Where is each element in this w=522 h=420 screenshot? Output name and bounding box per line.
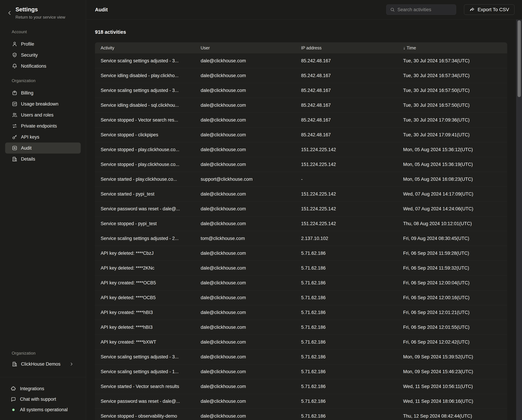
activity-cell: Service scaling settings adjusted - 2... <box>101 236 201 241</box>
ip-cell: 5.71.62.186 <box>301 251 403 256</box>
sidebar-item-label: Usage breakdown <box>21 101 59 107</box>
sidebar-item-usage-breakdown[interactable]: Usage breakdown <box>5 98 81 109</box>
time-cell: Tue, 30 Jul 2024 16:57:34(UTC) <box>403 73 507 78</box>
footer-item-integrations[interactable]: Integrations <box>0 383 86 394</box>
table-row[interactable]: Service scaling settings adjusted - 1...… <box>95 364 507 379</box>
ip-cell: 5.71.62.186 <box>301 325 403 330</box>
table-row[interactable]: API key deleted: ****OCB5dale@clickhouse… <box>95 290 507 305</box>
activity-cell: Service stopped - play.clickhouse.co... <box>101 147 201 152</box>
page-title: Audit <box>95 7 108 13</box>
footer-item-chat-with-support[interactable]: Chat with support <box>0 394 86 404</box>
sidebar-item-audit[interactable]: Audit <box>5 142 81 154</box>
user-cell: dale@clickhouse.com <box>201 354 301 360</box>
export-to-csv-button[interactable]: Export To CSV <box>464 4 514 15</box>
table-row[interactable]: API key deleted: ****hBI3dale@clickhouse… <box>95 320 507 335</box>
time-cell: Fri, 09 Aug 2024 08:30:45(UTC) <box>403 236 507 241</box>
sidebar-item-private-endpoints[interactable]: Private endpoints <box>5 120 81 132</box>
column-header-ip-address[interactable]: IP address <box>301 46 403 50</box>
footer-item-all-systems-operational[interactable]: All systems operational <box>0 404 86 415</box>
table-row[interactable]: API key created: ****bXWTdale@clickhouse… <box>95 335 507 350</box>
search-input[interactable] <box>398 7 453 12</box>
time-cell: Mon, 09 Sep 2024 15:39:52(UTC) <box>403 354 507 360</box>
column-header-user[interactable]: User <box>201 46 301 50</box>
chevron-right-icon <box>69 362 74 366</box>
user-cell: support@clickhouse.com <box>201 177 301 182</box>
scrollbar-thumb[interactable] <box>518 20 521 97</box>
table-row[interactable]: Service password was reset - dale@...dal… <box>95 201 507 216</box>
activity-cell: Service started - pypi_test <box>101 191 201 197</box>
column-label: Activity <box>101 46 114 50</box>
sidebar-item-users-and-roles[interactable]: Users and roles <box>5 109 81 120</box>
user-cell: dale@clickhouse.com <box>201 206 301 211</box>
sidebar-item-label: Private endpoints <box>21 124 57 129</box>
ip-cell: 151.224.225.142 <box>301 147 403 152</box>
main-area: Audit Export To CSV 918 activities Activ… <box>86 0 522 420</box>
table-row[interactable]: Service idling disabled - sql.clickhou..… <box>95 98 507 113</box>
activity-cell: Service scaling settings adjusted - 3... <box>101 58 201 63</box>
table-row[interactable]: Service stopped - play.clickhouse.co...d… <box>95 142 507 157</box>
sidebar-item-profile[interactable]: Profile <box>5 39 81 50</box>
table-row[interactable]: Service started - Vector search resultsd… <box>95 379 507 394</box>
activity-cell: Service scaling settings adjusted - 3... <box>101 88 201 93</box>
puzzle-icon <box>11 386 16 392</box>
column-header-activity[interactable]: Activity <box>101 46 201 50</box>
table-row[interactable]: Service scaling settings adjusted - 3...… <box>95 53 507 68</box>
ip-cell: 85.242.48.167 <box>301 117 403 123</box>
table-row[interactable]: Service scaling settings adjusted - 2...… <box>95 231 507 246</box>
table-row[interactable]: API key created: ****OCB5dale@clickhouse… <box>95 275 507 290</box>
ip-cell: 5.71.62.186 <box>301 369 403 374</box>
user-cell: dale@clickhouse.com <box>201 265 301 271</box>
table-row[interactable]: Service idling disabled - play.clickho..… <box>95 68 507 83</box>
sidebar-item-label: Profile <box>21 41 34 47</box>
user-cell: dale@clickhouse.com <box>201 295 301 300</box>
scrollbar-track[interactable] <box>516 20 522 420</box>
table-row[interactable]: Service scaling settings adjusted - 3...… <box>95 83 507 98</box>
sidebar-item-details[interactable]: Details <box>5 154 81 164</box>
column-label: Time <box>407 46 416 50</box>
back-button[interactable] <box>6 10 13 16</box>
activity-cell: Service password was reset - dale@... <box>101 206 201 211</box>
sidebar-item-label: Users and roles <box>21 112 54 118</box>
table-row[interactable]: Service started - pypi_testdale@clickhou… <box>95 187 507 201</box>
table-row[interactable]: Service stopped - clickpipesdale@clickho… <box>95 127 507 142</box>
table-row[interactable]: Service stopped - pypi_testdale@clickhou… <box>95 216 507 231</box>
time-cell: Thu, 08 Aug 2024 10:12:01(UTC) <box>403 221 507 226</box>
table-row[interactable]: Service stopped - observability-demodale… <box>95 409 507 420</box>
table-row[interactable]: Service password was reset - dale@...dal… <box>95 394 507 409</box>
time-cell: Tue, 30 Jul 2024 17:09:36(UTC) <box>403 117 507 123</box>
swap-icon <box>12 123 17 129</box>
user-cell: dale@clickhouse.com <box>201 103 301 108</box>
org-name: ClickHouse Demos <box>21 361 61 367</box>
activity-cell: API key deleted: ****CbzJ <box>101 251 201 256</box>
time-cell: Fri, 06 Sep 2024 12:02:42(UTC) <box>403 339 507 345</box>
table-row[interactable]: Service scaling settings adjusted - 3...… <box>95 350 507 364</box>
search-activities-box[interactable] <box>386 4 456 15</box>
org-switcher-clickhouse-demos[interactable]: ClickHouse Demos <box>5 358 81 370</box>
table-row[interactable]: Service stopped - Vector search res...da… <box>95 113 507 127</box>
table-row[interactable]: Service stopped - play.clickhouse.co...d… <box>95 157 507 172</box>
sidebar-item-api-keys[interactable]: API keys <box>5 132 81 142</box>
export-label: Export To CSV <box>478 7 509 12</box>
table-row[interactable]: API key created: ****hBI3dale@clickhouse… <box>95 305 507 320</box>
shield-icon <box>12 52 17 58</box>
activity-cell: Service stopped - Vector search res... <box>101 117 201 123</box>
user-cell: dale@clickhouse.com <box>201 73 301 78</box>
sidebar-item-billing[interactable]: Billing <box>5 87 81 98</box>
table-row[interactable]: API key deleted: ****CbzJdale@clickhouse… <box>95 246 507 261</box>
time-cell: Mon, 09 Sep 2024 15:46:23(UTC) <box>403 369 507 374</box>
table-row[interactable]: API key deleted: ****2KNcdale@clickhouse… <box>95 261 507 275</box>
user-cell: dale@clickhouse.com <box>201 310 301 315</box>
column-header-time[interactable]: ↓Time <box>403 46 507 50</box>
sidebar-item-security[interactable]: Security <box>5 50 81 61</box>
sidebar-item-label: Security <box>21 53 38 58</box>
activity-cell: Service stopped - pypi_test <box>101 221 201 226</box>
user-cell: dale@clickhouse.com <box>201 280 301 286</box>
time-cell: Thu, 12 Sep 2024 08:42:44(UTC) <box>403 413 507 419</box>
time-cell: Tue, 30 Jul 2024 16:57:50(UTC) <box>403 88 507 93</box>
sidebar-item-label: Details <box>21 156 35 162</box>
settings-sidebar: Settings Return to your service view Acc… <box>0 0 86 420</box>
table-row[interactable]: Service started - play.clickhouse.co...s… <box>95 172 507 187</box>
sidebar-item-notifications[interactable]: Notifications <box>5 61 81 72</box>
ip-cell: 85.242.48.167 <box>301 132 403 138</box>
sidebar-item-label: API keys <box>21 134 39 140</box>
